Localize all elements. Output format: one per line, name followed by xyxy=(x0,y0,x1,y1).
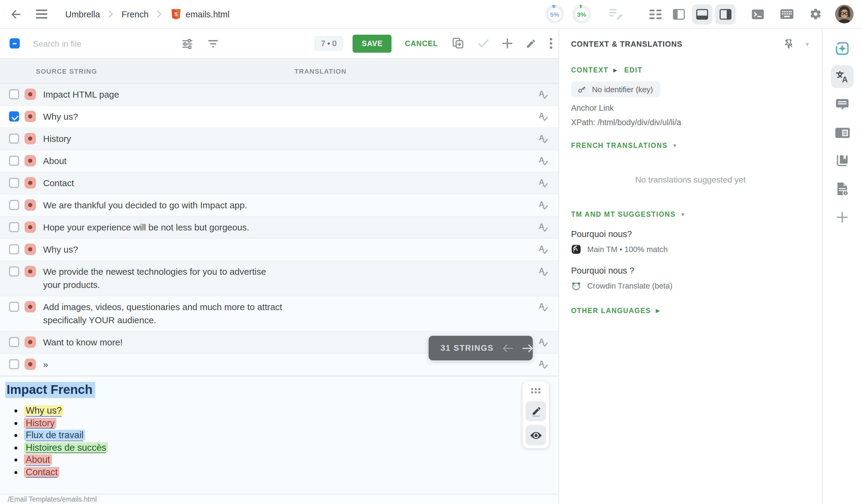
add-panel-icon[interactable] xyxy=(831,206,854,229)
breadcrumb-project[interactable]: Umbrella xyxy=(65,9,100,19)
preview-heading[interactable]: Impact French xyxy=(5,382,95,398)
select-all-checkbox[interactable] xyxy=(10,38,20,49)
source-string-text[interactable]: Contact xyxy=(43,176,74,190)
preview-link[interactable]: About xyxy=(24,454,52,464)
keyboard-shortcuts-icon[interactable] xyxy=(780,9,794,19)
source-string-text[interactable]: History xyxy=(43,132,71,145)
suggestions-section-header[interactable]: TM AND MT SUGGESTIONS xyxy=(571,211,676,218)
bottom-panel-view-icon[interactable] xyxy=(692,4,712,24)
row-checkbox[interactable] xyxy=(9,111,19,121)
table-row[interactable]: Contact A xyxy=(0,172,559,195)
approval-progress-ring[interactable]: 3% xyxy=(572,5,591,23)
row-checkbox[interactable] xyxy=(9,302,19,312)
row-checkbox[interactable] xyxy=(9,133,19,144)
source-string-text[interactable]: Why us? xyxy=(43,110,78,123)
collapse-panel-icon[interactable]: ▼ xyxy=(805,41,810,47)
more-options-icon[interactable] xyxy=(550,38,553,49)
source-string-text[interactable]: Hope your experience will be not less bu… xyxy=(43,221,249,234)
breadcrumb-language[interactable]: French xyxy=(121,9,148,19)
table-row[interactable]: History A xyxy=(0,128,559,150)
row-checkbox[interactable] xyxy=(9,156,19,166)
source-string-text[interactable]: Add images, videos, questionaries and mu… xyxy=(43,301,286,327)
preview-link[interactable]: Histoires de succès xyxy=(24,442,108,452)
row-checkbox[interactable] xyxy=(9,222,19,232)
top-bar: Umbrella French 5 emails.html 5% 3% xyxy=(0,0,862,29)
suggestion-source: Crowdin Translate (beta) xyxy=(587,281,672,290)
untranslated-status-icon xyxy=(25,301,36,313)
avatar[interactable] xyxy=(835,5,854,23)
preview-link[interactable]: History xyxy=(24,417,56,428)
row-checkbox[interactable] xyxy=(9,266,19,277)
menu-icon[interactable] xyxy=(36,10,47,18)
right-panel-view-icon[interactable] xyxy=(715,4,736,24)
other-languages-toggle[interactable]: OTHER LANGUAGES xyxy=(571,307,651,314)
source-string-text[interactable]: We provide the newest technologies for y… xyxy=(43,265,286,292)
copy-source-icon[interactable] xyxy=(452,37,465,50)
preview-link[interactable]: Contact xyxy=(24,467,60,477)
tm-suggestions-panel-icon[interactable] xyxy=(831,121,854,144)
back-icon[interactable] xyxy=(10,8,22,20)
source-string-text[interactable]: About xyxy=(43,155,66,168)
next-page-icon[interactable] xyxy=(522,344,533,352)
comments-panel-icon[interactable] xyxy=(831,93,854,116)
table-row[interactable]: We provide the newest technologies for y… xyxy=(0,261,559,296)
translation-progress-ring[interactable]: 5% xyxy=(545,5,564,23)
suggestion[interactable]: Pourquoi nous? Main TM • 100% match xyxy=(571,229,810,254)
search-input[interactable] xyxy=(32,38,142,49)
file-info-panel-icon[interactable] xyxy=(831,178,854,200)
glossary-panel-icon[interactable] xyxy=(831,150,854,172)
row-checkbox[interactable] xyxy=(9,244,19,254)
source-string-text[interactable]: We are thankful you decided to go with I… xyxy=(43,199,247,212)
source-string-text[interactable]: » xyxy=(43,358,48,371)
approve-icon[interactable] xyxy=(478,39,489,48)
breadcrumb-file[interactable]: emails.html xyxy=(185,9,230,19)
table-row[interactable]: About A xyxy=(0,150,559,172)
edit-context-button[interactable]: EDIT xyxy=(624,66,643,74)
suggestion-text[interactable]: Pourquoi nous ? xyxy=(571,266,810,275)
advanced-filter-icon[interactable] xyxy=(181,37,193,49)
translations-section-header[interactable]: FRENCH TRANSLATIONS xyxy=(571,142,668,149)
left-panel-view-icon[interactable] xyxy=(669,4,689,24)
preview-link[interactable]: Flux de travail xyxy=(24,430,85,440)
spellcheck-icon: A xyxy=(537,199,549,211)
table-row[interactable]: Add images, videos, questionaries and mu… xyxy=(0,296,559,332)
add-string-icon[interactable] xyxy=(502,38,513,49)
table-row[interactable]: Why us? A xyxy=(0,239,559,261)
context-section-toggle[interactable]: CONTEXT xyxy=(571,66,609,74)
draft-request-icon[interactable] xyxy=(609,8,623,21)
table-row[interactable]: Hope your experience will be not less bu… xyxy=(0,217,559,239)
terminal-icon[interactable] xyxy=(751,8,765,20)
cancel-button[interactable]: CANCEL xyxy=(398,35,445,52)
suggestion[interactable]: Pourquoi nous ? Crowdin Translate (beta) xyxy=(571,266,810,291)
table-row[interactable]: Why us? A xyxy=(0,106,559,128)
pin-panel-icon[interactable] xyxy=(784,39,794,49)
side-by-side-view-icon[interactable] xyxy=(645,4,666,24)
source-string-text[interactable]: Want to know more! xyxy=(43,336,123,349)
preview-edit-button[interactable] xyxy=(525,401,546,421)
settings-gear-icon[interactable] xyxy=(809,8,822,21)
ai-assistant-icon[interactable] xyxy=(831,37,854,60)
table-row[interactable]: Impact HTML page A xyxy=(0,84,559,106)
preview-link[interactable]: Why us? xyxy=(24,405,64,415)
row-checkbox[interactable] xyxy=(9,337,19,347)
main-tm-icon xyxy=(571,244,581,254)
row-checkbox[interactable] xyxy=(9,200,19,210)
edit-icon[interactable] xyxy=(526,38,537,49)
drag-handle-icon[interactable] xyxy=(530,384,541,397)
source-string-text[interactable]: Why us? xyxy=(43,243,78,256)
table-row[interactable]: We are thankful you decided to go with I… xyxy=(0,195,559,217)
save-button[interactable]: SAVE xyxy=(353,35,392,52)
spellcheck-icon: A xyxy=(537,265,549,277)
spellcheck-icon: A xyxy=(537,88,549,100)
source-string-text[interactable]: Impact HTML page xyxy=(43,88,119,101)
filter-icon[interactable] xyxy=(208,39,219,48)
preview-visibility-button[interactable] xyxy=(525,425,546,445)
previous-page-icon[interactable] xyxy=(502,344,514,352)
suggestion-text[interactable]: Pourquoi nous? xyxy=(571,229,810,239)
string-counter-badge[interactable]: 7 • 0 xyxy=(314,36,343,51)
expand-icon[interactable]: ▶ xyxy=(613,67,617,73)
row-checkbox[interactable] xyxy=(9,178,19,188)
row-checkbox[interactable] xyxy=(9,89,19,100)
translate-panel-icon[interactable]: A xyxy=(831,65,854,88)
row-checkbox[interactable] xyxy=(9,359,19,369)
